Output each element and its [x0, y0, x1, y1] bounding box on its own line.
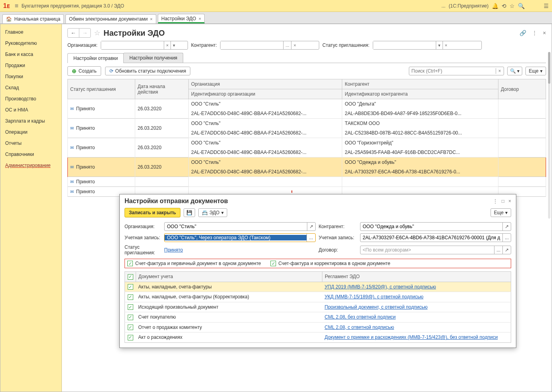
list-item[interactable]: ✓Исходящий произвольный документПроизвол… [125, 302, 511, 312]
col-reg[interactable]: Регламент ЭДО [322, 272, 511, 282]
list-item[interactable]: ✓Акт о расхожденияхДокумент о приемке и … [125, 332, 511, 343]
col-org-id[interactable]: Идентификатор организации [189, 89, 342, 99]
sidebar-item[interactable]: Справочники [0, 149, 61, 160]
table-row[interactable]: ✉Принято [68, 177, 546, 182]
clear-icon[interactable]: × [164, 41, 171, 49]
clear-icon[interactable]: × [443, 41, 449, 49]
form-acct-field[interactable]: ... [164, 233, 316, 242]
checkbox-icon[interactable]: ✓ [127, 261, 133, 266]
tab-settings[interactable]: Настройки ЭДО × [158, 14, 205, 23]
col-check[interactable]: ✓ [125, 272, 136, 282]
col-org[interactable]: Организация [189, 79, 342, 89]
reg-link[interactable]: УПД 2019 (ММВ-7-15/820@), с ответной под… [325, 284, 436, 290]
menu-dots-icon[interactable]: ⋮ [532, 30, 537, 36]
sidebar-item[interactable]: Производство [0, 93, 61, 104]
search-button[interactable]: 🔍▾ [507, 67, 522, 75]
star-outline-icon[interactable]: ☆ [94, 29, 100, 37]
reg-link[interactable]: Произвольный документ, с ответной подпис… [325, 304, 428, 310]
open-icon[interactable]: ↗ [502, 223, 511, 231]
sidebar-item[interactable]: Операции [0, 127, 61, 138]
scroll-thumb[interactable] [548, 52, 550, 84]
search-box[interactable]: × [409, 67, 504, 75]
reg-link[interactable]: CML 2.08, с ответной подписью [325, 325, 394, 330]
org-filter[interactable]: × ▾ [101, 41, 188, 50]
close-icon[interactable]: × [508, 198, 511, 204]
checkbox-icon[interactable]: ✓ [128, 294, 133, 300]
create-button[interactable]: ⊕ Создать [67, 66, 101, 76]
star-icon[interactable]: ☆ [510, 3, 515, 9]
form-dog-input[interactable] [360, 247, 494, 253]
close-icon[interactable]: × [199, 16, 201, 21]
more-button[interactable]: Еще▾ [525, 67, 546, 75]
topbar-ellipsis[interactable]: ... [441, 3, 445, 9]
sidebar-item[interactable]: ОС и НМА [0, 104, 61, 115]
menu-dots-icon[interactable]: ⋮ [493, 198, 498, 204]
form-dog-field[interactable]: ... ↗ [360, 246, 512, 254]
status-input[interactable] [373, 41, 436, 49]
history-icon[interactable]: ⟲ [502, 3, 506, 9]
sidebar-item[interactable]: Банк и касса [0, 49, 61, 60]
search-input[interactable] [409, 68, 496, 74]
sidebar-item[interactable]: Главное [0, 27, 61, 38]
subtab-receive[interactable]: Настройки получения [123, 53, 183, 63]
tab-exchange[interactable]: Обмен электронными документами × [65, 14, 156, 23]
checkbox-icon[interactable]: ✓ [128, 284, 133, 290]
data-table[interactable]: Статус приглашения Дата начала действия … [67, 79, 546, 197]
open-icon[interactable]: ↗ [502, 246, 511, 254]
status-filter[interactable]: ▾ × [373, 41, 482, 50]
check2[interactable]: ✓ Счет-фактура и корректировка в одном д… [270, 261, 390, 266]
back-icon[interactable]: ← [68, 29, 79, 37]
form-acct2-field[interactable]: ... [360, 233, 512, 242]
col-contr[interactable]: Контрагент [342, 79, 498, 89]
clear-icon[interactable]: × [291, 41, 298, 49]
reg-link[interactable]: Документ о приемке и расхождениях (ММВ-7… [325, 334, 498, 340]
list-item[interactable]: ✓Счет покупателюCML 2.08, без ответной п… [125, 312, 511, 323]
col-contr-id[interactable]: Идентификатор контрагента [342, 89, 498, 99]
table-row[interactable]: ✉Принято [68, 187, 546, 192]
checkbox-all-icon[interactable]: ✓ [128, 274, 133, 280]
menu-icon[interactable]: ≡ [15, 2, 18, 10]
sidebar-item[interactable]: Зарплата и кадры [0, 115, 61, 127]
subtab-send[interactable]: Настройки отправки [67, 53, 124, 63]
list-item[interactable]: ✓Акты, накладные, счета-фактуры (Коррект… [125, 292, 511, 302]
form-acct2-input[interactable] [360, 235, 502, 240]
list-item[interactable]: ✓Отчет о продажах комитентуCML 2.08, с о… [125, 322, 511, 332]
table-row[interactable]: ✉Принято26.03.2020ООО "Стиль"ООО "Горизо… [68, 138, 546, 148]
more-icon[interactable]: ... [307, 234, 315, 242]
edo-dropdown[interactable]: 📇 ЭДО ▾ [198, 208, 227, 217]
filter-icon[interactable]: ☰ [544, 3, 549, 9]
form-acct-input[interactable] [165, 235, 307, 240]
sidebar-item[interactable]: Покупки [0, 71, 61, 82]
sidebar-item[interactable]: Продажи [0, 60, 61, 71]
save-close-button[interactable]: Записать и закрыть [125, 208, 180, 217]
reg-link[interactable]: CML 2.08, без ответной подписи [325, 314, 396, 320]
checkbox-icon[interactable]: ✓ [128, 304, 133, 310]
maximize-icon[interactable]: □ [502, 198, 504, 204]
clear-search-icon[interactable]: × [496, 68, 504, 74]
checkbox-icon[interactable]: ✓ [128, 335, 133, 340]
close-icon[interactable]: × [543, 30, 546, 36]
form-org-input[interactable] [165, 224, 307, 229]
form-contr-field[interactable]: ↗ [360, 222, 512, 231]
reg-link[interactable]: УКД (ММВ-7-15/189@), с ответной подписью [325, 294, 424, 300]
scrollbar[interactable] [548, 52, 550, 219]
tab-home[interactable]: 🏠 Начальная страница [2, 14, 64, 23]
more-icon[interactable]: ... [494, 246, 502, 254]
search-icon[interactable]: 🔍 [518, 3, 525, 9]
form-org-field[interactable]: ↗ [164, 222, 316, 231]
save-button[interactable]: 💾 [184, 208, 195, 217]
sidebar-item[interactable]: Отчеты [0, 138, 61, 149]
checkbox-icon[interactable]: ✓ [128, 315, 133, 320]
org-input[interactable] [101, 41, 164, 49]
dropdown-icon[interactable]: ▾ [171, 41, 177, 49]
bell-icon[interactable]: 🔔 [492, 3, 498, 9]
col-date[interactable]: Дата начала действия [135, 79, 189, 99]
more-icon[interactable]: ... [283, 41, 291, 49]
sidebar-item[interactable]: Руководителю [0, 38, 61, 49]
checkbox-icon[interactable]: ✓ [270, 261, 276, 266]
table-row[interactable]: ✉Принято26.03.2020ООО "Стиль"ООО "Одежда… [68, 158, 546, 167]
sidebar-item-admin[interactable]: Администрирование [0, 160, 61, 171]
table-row[interactable]: ✉Принято26.03.2020ООО "Стиль"ТАКСКОМ ООО [68, 119, 546, 129]
modal-table[interactable]: ✓ Документ учета Регламент ЭДО ✓Акты, на… [125, 271, 511, 343]
form-contr-input[interactable] [360, 224, 503, 229]
